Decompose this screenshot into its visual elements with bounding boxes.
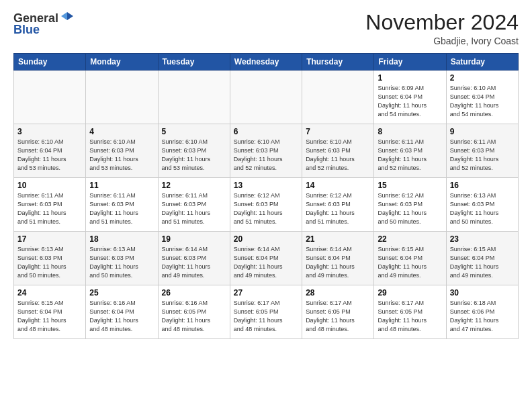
table-row: 11Sunrise: 6:11 AM Sunset: 6:03 PM Dayli… [86,178,158,232]
day-info: Sunrise: 6:14 AM Sunset: 6:04 PM Dayligh… [306,245,370,280]
day-number: 10 [17,181,82,190]
svg-marker-1 [61,12,67,20]
table-row: 4Sunrise: 6:10 AM Sunset: 6:03 PM Daylig… [86,124,158,178]
day-info: Sunrise: 6:10 AM Sunset: 6:04 PM Dayligh… [17,138,82,173]
day-number: 22 [378,234,442,244]
week-row-3: 10Sunrise: 6:11 AM Sunset: 6:03 PM Dayli… [14,178,519,232]
day-number: 18 [89,234,154,244]
day-number: 19 [162,234,226,244]
day-info: Sunrise: 6:15 AM Sunset: 6:04 PM Dayligh… [378,245,442,280]
table-row: 25Sunrise: 6:16 AM Sunset: 6:04 PM Dayli… [86,285,158,339]
day-info: Sunrise: 6:11 AM Sunset: 6:03 PM Dayligh… [162,191,226,226]
day-number: 11 [89,181,154,190]
table-row: 26Sunrise: 6:16 AM Sunset: 6:05 PM Dayli… [158,285,230,339]
day-info: Sunrise: 6:16 AM Sunset: 6:04 PM Dayligh… [89,299,154,334]
day-number: 20 [234,234,298,244]
day-info: Sunrise: 6:11 AM Sunset: 6:03 PM Dayligh… [450,138,515,173]
day-info: Sunrise: 6:13 AM Sunset: 6:03 PM Dayligh… [450,191,515,226]
day-number: 2 [450,73,515,83]
table-row: 15Sunrise: 6:12 AM Sunset: 6:03 PM Dayli… [374,178,446,232]
day-info: Sunrise: 6:15 AM Sunset: 6:04 PM Dayligh… [450,245,515,280]
day-info: Sunrise: 6:12 AM Sunset: 6:03 PM Dayligh… [378,191,442,226]
day-info: Sunrise: 6:18 AM Sunset: 6:06 PM Dayligh… [450,299,515,334]
month-title: November 2024 [365,11,519,34]
header-thursday: Thursday [302,54,374,71]
day-number: 6 [234,127,298,136]
table-row: 19Sunrise: 6:14 AM Sunset: 6:03 PM Dayli… [158,232,230,285]
day-info: Sunrise: 6:12 AM Sunset: 6:03 PM Dayligh… [306,191,370,226]
logo: General Blue [13,11,75,37]
day-number: 30 [450,288,515,298]
day-number: 28 [306,288,370,298]
table-row: 21Sunrise: 6:14 AM Sunset: 6:04 PM Dayli… [302,232,374,285]
day-number: 9 [450,127,515,136]
table-row: 1Sunrise: 6:09 AM Sunset: 6:04 PM Daylig… [374,71,446,124]
day-info: Sunrise: 6:12 AM Sunset: 6:03 PM Dayligh… [234,191,298,226]
day-number: 27 [234,288,298,298]
week-row-4: 17Sunrise: 6:13 AM Sunset: 6:03 PM Dayli… [14,232,519,285]
day-info: Sunrise: 6:14 AM Sunset: 6:04 PM Dayligh… [234,245,298,280]
week-row-1: 1Sunrise: 6:09 AM Sunset: 6:04 PM Daylig… [14,71,519,124]
table-row: 23Sunrise: 6:15 AM Sunset: 6:04 PM Dayli… [446,232,518,285]
day-number: 14 [306,181,370,190]
day-number: 23 [450,234,515,244]
day-info: Sunrise: 6:15 AM Sunset: 6:04 PM Dayligh… [17,299,82,334]
table-row: 28Sunrise: 6:17 AM Sunset: 6:05 PM Dayli… [302,285,374,339]
svg-marker-0 [67,12,73,20]
day-number: 26 [162,288,226,298]
day-number: 16 [450,181,515,190]
table-row: 3Sunrise: 6:10 AM Sunset: 6:04 PM Daylig… [14,124,86,178]
header-sunday: Sunday [14,54,86,71]
day-number: 7 [306,127,370,136]
day-info: Sunrise: 6:10 AM Sunset: 6:04 PM Dayligh… [450,84,515,119]
day-number: 15 [378,181,442,190]
table-row: 8Sunrise: 6:11 AM Sunset: 6:03 PM Daylig… [374,124,446,178]
day-info: Sunrise: 6:13 AM Sunset: 6:03 PM Dayligh… [89,245,154,280]
title-block: November 2024 Gbadjie, Ivory Coast [365,11,519,46]
day-info: Sunrise: 6:09 AM Sunset: 6:04 PM Dayligh… [378,84,442,119]
table-row [302,71,374,124]
table-row: 20Sunrise: 6:14 AM Sunset: 6:04 PM Dayli… [230,232,302,285]
header-tuesday: Tuesday [158,54,230,71]
table-row: 30Sunrise: 6:18 AM Sunset: 6:06 PM Dayli… [446,285,518,339]
day-info: Sunrise: 6:11 AM Sunset: 6:03 PM Dayligh… [17,191,82,226]
logo-flag-icon [60,11,75,26]
header-wednesday: Wednesday [230,54,302,71]
table-row: 6Sunrise: 6:10 AM Sunset: 6:03 PM Daylig… [230,124,302,178]
day-number: 4 [89,127,154,136]
day-number: 5 [162,127,226,136]
table-row: 9Sunrise: 6:11 AM Sunset: 6:03 PM Daylig… [446,124,518,178]
day-number: 1 [378,73,442,83]
calendar-table: Sunday Monday Tuesday Wednesday Thursday… [13,53,519,339]
logo-blue-text: Blue [13,23,40,37]
day-number: 25 [89,288,154,298]
table-row: 17Sunrise: 6:13 AM Sunset: 6:03 PM Dayli… [14,232,86,285]
table-row: 5Sunrise: 6:10 AM Sunset: 6:03 PM Daylig… [158,124,230,178]
day-number: 29 [378,288,442,298]
table-row: 7Sunrise: 6:10 AM Sunset: 6:03 PM Daylig… [302,124,374,178]
table-row: 13Sunrise: 6:12 AM Sunset: 6:03 PM Dayli… [230,178,302,232]
day-info: Sunrise: 6:14 AM Sunset: 6:03 PM Dayligh… [162,245,226,280]
day-number: 12 [162,181,226,190]
header-friday: Friday [374,54,446,71]
table-row: 27Sunrise: 6:17 AM Sunset: 6:05 PM Dayli… [230,285,302,339]
day-info: Sunrise: 6:13 AM Sunset: 6:03 PM Dayligh… [17,245,82,280]
table-row: 24Sunrise: 6:15 AM Sunset: 6:04 PM Dayli… [14,285,86,339]
day-number: 8 [378,127,442,136]
day-number: 3 [17,127,82,136]
table-row [86,71,158,124]
table-row: 10Sunrise: 6:11 AM Sunset: 6:03 PM Dayli… [14,178,86,232]
header-saturday: Saturday [446,54,518,71]
day-number: 21 [306,234,370,244]
header-monday: Monday [86,54,158,71]
day-info: Sunrise: 6:16 AM Sunset: 6:05 PM Dayligh… [162,299,226,334]
week-row-2: 3Sunrise: 6:10 AM Sunset: 6:04 PM Daylig… [14,124,519,178]
page: General Blue November 2024 Gbadjie, Ivor… [0,0,532,411]
table-row [230,71,302,124]
day-info: Sunrise: 6:10 AM Sunset: 6:03 PM Dayligh… [306,138,370,173]
table-row: 2Sunrise: 6:10 AM Sunset: 6:04 PM Daylig… [446,71,518,124]
table-row: 14Sunrise: 6:12 AM Sunset: 6:03 PM Dayli… [302,178,374,232]
table-row [14,71,86,124]
day-info: Sunrise: 6:17 AM Sunset: 6:05 PM Dayligh… [378,299,442,334]
calendar-header-row: Sunday Monday Tuesday Wednesday Thursday… [14,54,519,71]
